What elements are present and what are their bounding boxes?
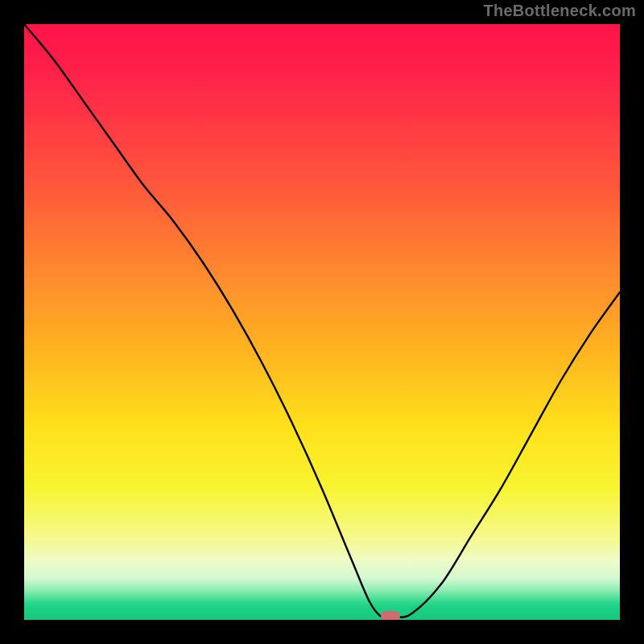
curve-path: [24, 24, 620, 618]
plot-area: [24, 24, 620, 620]
bottleneck-curve: [24, 24, 620, 620]
optimum-marker: [381, 611, 400, 620]
watermark-text: TheBottleneck.com: [483, 2, 636, 20]
chart-frame: TheBottleneck.com: [0, 0, 644, 644]
